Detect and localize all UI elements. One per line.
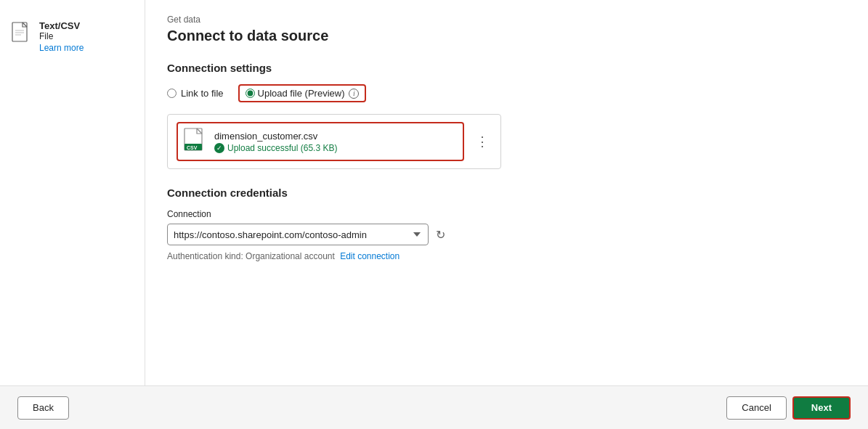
file-upload-inner: CSV dimension_customer.csv ✓ Upload succ… [177, 122, 464, 161]
upload-status-text: Upload successful (65.3 KB) [227, 143, 337, 153]
next-button[interactable]: Next [792, 396, 851, 420]
connection-settings-title: Connection settings [167, 62, 846, 74]
sidebar-file-category: File [39, 31, 84, 41]
sidebar: Text/CSV File Learn more [0, 0, 145, 385]
link-to-file-option[interactable]: Link to file [167, 88, 224, 99]
edit-connection-link[interactable]: Edit connection [340, 251, 399, 261]
main-content: Text/CSV File Learn more Get data Connec… [0, 0, 868, 385]
text-csv-icon [12, 22, 32, 46]
sidebar-file-type-label: Text/CSV [39, 20, 84, 31]
learn-more-link[interactable]: Learn more [39, 43, 84, 53]
upload-file-option[interactable]: Upload file (Preview) [246, 88, 345, 99]
footer: Back Cancel Next [0, 385, 868, 429]
auth-info: Authentication kind: Organizational acco… [167, 251, 846, 261]
connection-select[interactable]: https://contoso.sharepoint.com/contoso-a… [167, 224, 429, 245]
footer-left: Back [17, 396, 69, 420]
link-to-file-radio[interactable] [167, 89, 177, 98]
cancel-button[interactable]: Cancel [726, 396, 786, 420]
connection-field-label: Connection [167, 209, 846, 219]
refresh-button[interactable]: ↻ [434, 226, 447, 243]
page-label: Get data [167, 15, 846, 25]
upload-file-box: CSV dimension_customer.csv ✓ Upload succ… [167, 114, 501, 169]
page-title: Connect to data source [167, 28, 846, 44]
back-button[interactable]: Back [17, 396, 69, 420]
csv-file-icon: CSV [184, 128, 207, 155]
info-icon[interactable]: i [349, 89, 359, 99]
file-name: dimension_customer.csv [214, 131, 337, 142]
upload-file-wrapper: Upload file (Preview) i [238, 84, 367, 102]
three-dots-menu[interactable]: ⋮ [473, 135, 492, 148]
upload-status: ✓ Upload successful (65.3 KB) [214, 143, 337, 153]
svg-rect-0 [12, 23, 27, 41]
link-to-file-label: Link to file [181, 88, 224, 99]
connection-credentials-title: Connection credentials [167, 187, 846, 199]
file-details: dimension_customer.csv ✓ Upload successf… [214, 131, 337, 153]
svg-text:CSV: CSV [187, 145, 198, 150]
check-circle-icon: ✓ [214, 143, 224, 153]
upload-file-radio[interactable] [246, 89, 255, 98]
radio-group: Link to file Upload file (Preview) i [167, 84, 846, 102]
footer-right: Cancel Next [726, 396, 851, 420]
sidebar-file-info: Text/CSV File Learn more [39, 20, 84, 53]
sidebar-file-section: Text/CSV File Learn more [12, 20, 133, 53]
credentials-section: Connection credentials Connection https:… [167, 187, 846, 261]
auth-text: Authentication kind: Organizational acco… [167, 251, 335, 261]
upload-file-label: Upload file (Preview) [258, 88, 345, 99]
content-area: Get data Connect to data source Connecti… [145, 0, 868, 385]
connection-row: https://contoso.sharepoint.com/contoso-a… [167, 224, 846, 245]
